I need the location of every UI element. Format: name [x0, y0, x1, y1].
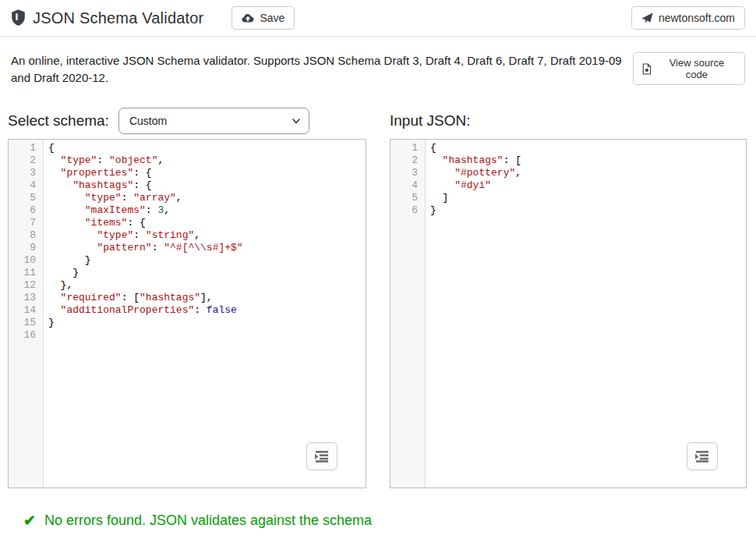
- check-icon: ✔: [23, 512, 36, 530]
- line-number: 8: [9, 229, 43, 242]
- schema-editor-code[interactable]: { "type": "object", "properties": { "has…: [44, 140, 366, 488]
- line-number: 11: [9, 267, 43, 279]
- code-line: "pattern": "^#[^\\s#]+$": [48, 242, 366, 254]
- line-number: 1: [390, 142, 425, 154]
- schema-code-editor[interactable]: 12345678910111213141516 { "type": "objec…: [8, 139, 366, 488]
- source-file-icon: [641, 63, 652, 75]
- shield-icon: [11, 9, 26, 27]
- code-line: "maxItems": 3,: [48, 204, 366, 217]
- code-line: "hashtags": {: [48, 179, 366, 192]
- editors-row: 12345678910111213141516 { "type": "objec…: [8, 139, 756, 488]
- validation-message: No errors found. JSON validates against …: [44, 512, 372, 529]
- line-number: 10: [9, 254, 43, 267]
- code-line: "#dyi": [430, 179, 746, 192]
- code-line: "additionalProperties": false: [48, 304, 366, 317]
- json-editor-code[interactable]: { "hashtags": [ "#pottery", "#dyi" ]}: [426, 140, 746, 488]
- panel-labels-row: Select schema: Custom Input JSON:: [8, 105, 756, 137]
- line-number: 2: [9, 154, 43, 167]
- line-number: 9: [9, 242, 43, 254]
- line-number: 6: [9, 204, 43, 217]
- code-line: "type": "object",: [48, 154, 366, 167]
- code-line: "type": "string",: [48, 229, 366, 242]
- code-line: {: [48, 142, 366, 154]
- code-line: }: [48, 254, 366, 267]
- format-indent-icon: [314, 450, 330, 463]
- json-format-button[interactable]: [687, 442, 718, 470]
- code-line: "required": ["hashtags"],: [48, 292, 366, 304]
- code-line: "items": {: [48, 217, 366, 229]
- line-number: 16: [9, 329, 43, 342]
- line-number: 14: [9, 304, 43, 317]
- line-number: 7: [9, 217, 43, 229]
- schema-select[interactable]: Custom: [118, 108, 309, 134]
- code-line: {: [430, 142, 746, 154]
- schema-format-button[interactable]: [306, 442, 337, 470]
- line-number: 13: [9, 292, 43, 304]
- paper-plane-icon: [641, 12, 653, 24]
- schema-picker: Select schema: Custom: [8, 108, 366, 134]
- line-number: 3: [9, 167, 43, 179]
- code-line: ]: [430, 192, 746, 204]
- line-number: 5: [390, 192, 425, 204]
- view-source-label: View source code: [657, 57, 737, 80]
- newtonsoft-link-button[interactable]: newtonsoft.com: [631, 6, 745, 30]
- line-number: 4: [390, 179, 425, 192]
- intro-section: An online, interactive JSON Schema valid…: [0, 37, 756, 87]
- code-line: }: [48, 267, 366, 279]
- code-line: "type": "array",: [48, 192, 366, 204]
- line-number: 12: [9, 279, 43, 292]
- line-number: 1: [9, 142, 43, 154]
- newtonsoft-link-label: newtonsoft.com: [659, 12, 735, 24]
- line-number: 5: [9, 192, 43, 204]
- code-line: }: [430, 204, 746, 217]
- input-json-label: Input JSON:: [390, 112, 471, 129]
- json-code-editor[interactable]: 123456 { "hashtags": [ "#pottery", "#dyi…: [390, 139, 747, 488]
- brand: JSON Schema Validator: [11, 9, 203, 27]
- header: JSON Schema Validator Save newtonsoft.co…: [0, 0, 756, 37]
- save-button-label: Save: [260, 12, 284, 24]
- line-number: 3: [390, 167, 425, 179]
- code-line: "hashtags": [: [430, 154, 746, 167]
- save-button[interactable]: Save: [231, 6, 295, 30]
- code-line: }: [48, 317, 366, 329]
- view-source-button[interactable]: View source code: [633, 52, 745, 85]
- schema-select-wrap: Custom: [118, 108, 309, 134]
- line-number: 2: [390, 154, 425, 167]
- intro-text: An online, interactive JSON Schema valid…: [11, 52, 633, 87]
- line-number: 6: [390, 204, 425, 217]
- schema-editor-gutter: 12345678910111213141516: [9, 140, 44, 488]
- select-schema-label: Select schema:: [8, 112, 109, 129]
- json-editor-gutter: 123456: [390, 140, 426, 488]
- format-indent-icon: [694, 450, 710, 463]
- code-line: "#pottery",: [430, 167, 746, 179]
- line-number: 15: [9, 317, 43, 329]
- line-number: 4: [9, 179, 43, 192]
- page-title: JSON Schema Validator: [33, 9, 203, 27]
- code-line: [48, 329, 366, 342]
- cloud-upload-icon: [242, 13, 254, 23]
- code-line: "properties": {: [48, 167, 366, 179]
- validation-result: ✔ No errors found. JSON validates agains…: [23, 512, 745, 530]
- code-line: },: [48, 279, 366, 292]
